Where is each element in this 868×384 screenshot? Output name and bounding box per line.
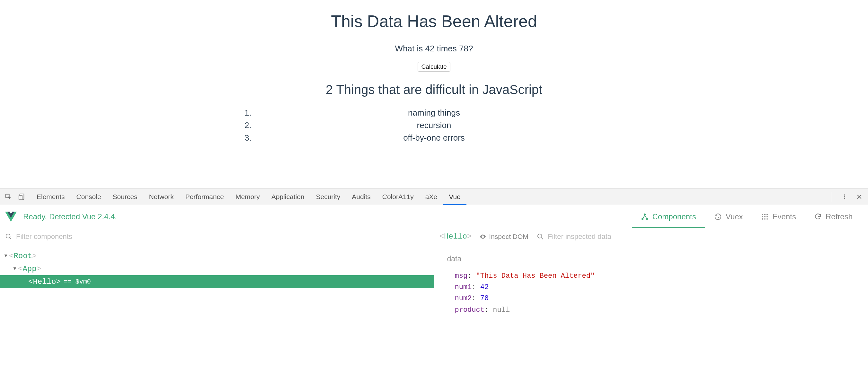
tab-console[interactable]: Console bbox=[71, 189, 107, 205]
svg-point-6 bbox=[644, 214, 646, 216]
data-row-num1[interactable]: num1: 42 bbox=[447, 282, 856, 293]
chevron-down-icon: ▼ bbox=[3, 253, 9, 259]
svg-point-3 bbox=[844, 194, 845, 195]
grid-icon bbox=[761, 213, 769, 221]
tree-node-hello[interactable]: <Hello> == $vm0 bbox=[0, 275, 434, 288]
tab-elements[interactable]: Elements bbox=[31, 189, 71, 205]
svg-point-9 bbox=[762, 214, 763, 215]
component-tree-panel: ▼ <Root> ▼ <App> <Hello> == $vm0 bbox=[0, 228, 434, 384]
list-item: off-by-one errors bbox=[257, 132, 611, 144]
svg-point-18 bbox=[6, 234, 10, 238]
selected-component-tag: <Hello> bbox=[439, 232, 472, 241]
tab-sources[interactable]: Sources bbox=[107, 189, 143, 205]
chevron-down-icon: ▼ bbox=[11, 266, 18, 271]
vue-tab-label: Events bbox=[773, 212, 796, 221]
list-item: naming things bbox=[257, 106, 611, 119]
tab-network[interactable]: Network bbox=[143, 189, 180, 205]
components-icon bbox=[641, 213, 649, 221]
page-subheading: 2 Things that are difficult in JavaScrip… bbox=[0, 83, 868, 97]
kebab-menu-icon[interactable] bbox=[840, 192, 849, 202]
svg-point-17 bbox=[767, 218, 768, 220]
filter-components-input[interactable] bbox=[16, 232, 104, 241]
tree-node-root[interactable]: ▼ <Root> bbox=[0, 250, 434, 262]
svg-point-15 bbox=[762, 218, 763, 220]
data-row-num2[interactable]: num2: 78 bbox=[447, 293, 856, 304]
data-panel: data msg: "This Data Has Been Altered" n… bbox=[434, 245, 868, 325]
calculate-button[interactable]: Calculate bbox=[417, 62, 450, 72]
svg-point-8 bbox=[646, 218, 648, 220]
close-icon[interactable] bbox=[855, 192, 864, 202]
svg-point-11 bbox=[767, 214, 768, 215]
vm-badge: == $vm0 bbox=[64, 278, 91, 285]
svg-point-19 bbox=[538, 234, 542, 238]
data-inspector-toolbar: <Hello> Inspect DOM bbox=[434, 228, 868, 245]
component-tree: ▼ <Root> ▼ <App> <Hello> == $vm0 bbox=[0, 245, 434, 292]
svg-rect-2 bbox=[19, 195, 22, 200]
inspect-element-icon[interactable] bbox=[4, 192, 13, 201]
tab-vue[interactable]: Vue bbox=[443, 189, 466, 205]
vue-tab-components[interactable]: Components bbox=[632, 205, 705, 228]
tree-node-app[interactable]: ▼ <App> bbox=[0, 262, 434, 275]
tab-memory[interactable]: Memory bbox=[230, 189, 266, 205]
device-toolbar-icon[interactable] bbox=[17, 192, 26, 201]
tab-colora11y[interactable]: ColorA11y bbox=[376, 189, 420, 205]
tab-application[interactable]: Application bbox=[266, 189, 310, 205]
svg-point-13 bbox=[764, 216, 766, 217]
tab-audits[interactable]: Audits bbox=[346, 189, 376, 205]
vue-devtools-header: Ready. Detected Vue 2.4.4. Components Vu… bbox=[0, 205, 868, 228]
tab-security[interactable]: Security bbox=[310, 189, 346, 205]
component-tree-toolbar bbox=[0, 228, 434, 245]
eye-icon bbox=[479, 233, 486, 240]
vue-devtools-body: ▼ <Root> ▼ <App> <Hello> == $vm0 <Hello> bbox=[0, 228, 868, 384]
vue-tab-vuex[interactable]: Vuex bbox=[705, 205, 752, 228]
vue-status-text: Ready. Detected Vue 2.4.4. bbox=[23, 212, 117, 221]
page-heading: This Data Has Been Altered bbox=[0, 11, 868, 31]
vue-logo-icon bbox=[5, 211, 17, 223]
refresh-icon bbox=[814, 213, 822, 221]
svg-point-12 bbox=[762, 216, 763, 217]
svg-point-14 bbox=[767, 216, 768, 217]
inspect-dom-button[interactable]: Inspect DOM bbox=[479, 233, 528, 241]
vue-tab-events[interactable]: Events bbox=[752, 205, 805, 228]
svg-point-10 bbox=[764, 214, 766, 215]
tab-performance[interactable]: Performance bbox=[180, 189, 230, 205]
svg-point-4 bbox=[844, 196, 845, 197]
data-row-product[interactable]: product: null bbox=[447, 305, 856, 316]
inspect-dom-label: Inspect DOM bbox=[489, 233, 528, 241]
svg-point-16 bbox=[764, 218, 766, 220]
question-text: What is 42 times 78? bbox=[0, 44, 868, 54]
search-icon bbox=[537, 233, 544, 240]
things-list: naming things recursion off-by-one error… bbox=[257, 106, 611, 144]
svg-point-5 bbox=[844, 198, 845, 199]
vue-tab-label: Vuex bbox=[726, 212, 743, 221]
history-icon bbox=[714, 213, 722, 221]
tab-axe[interactable]: aXe bbox=[420, 189, 443, 205]
svg-point-7 bbox=[642, 218, 644, 220]
data-row-msg[interactable]: msg: "This Data Has Been Altered" bbox=[447, 270, 856, 282]
devtools-panel: Elements Console Sources Network Perform… bbox=[0, 188, 868, 384]
filter-inspected-data-input[interactable] bbox=[548, 232, 636, 241]
data-section-heading: data bbox=[447, 255, 856, 263]
devtools-tab-strip: Elements Console Sources Network Perform… bbox=[0, 189, 868, 205]
vue-tab-label: Refresh bbox=[826, 212, 852, 221]
vue-tab-refresh[interactable]: Refresh bbox=[805, 205, 862, 228]
vue-tab-label: Components bbox=[652, 212, 696, 221]
app-page: This Data Has Been Altered What is 42 ti… bbox=[0, 0, 868, 144]
search-icon bbox=[5, 233, 12, 240]
list-item: recursion bbox=[257, 119, 611, 132]
data-inspector-panel: <Hello> Inspect DOM data msg: "This Data… bbox=[434, 228, 868, 384]
